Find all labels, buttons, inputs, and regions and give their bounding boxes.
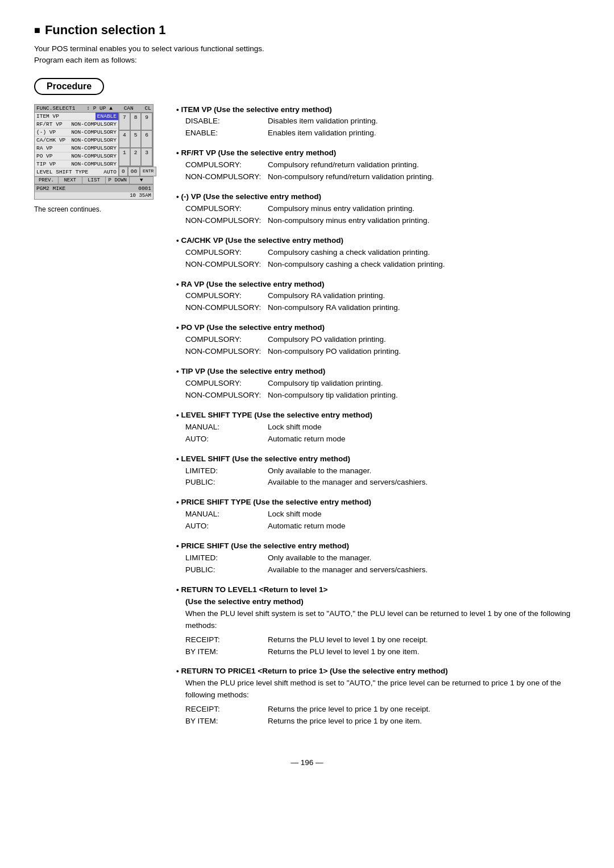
- key-5[interactable]: 5: [130, 130, 142, 148]
- screen-display: FUNC.SELECT1 ↕ P UP ▲ CAN CL ITEM VP ENA…: [34, 104, 154, 200]
- screen-header-can: CAN: [124, 105, 134, 111]
- screen-num-keys: 7 8 9 4 5 6 1 2 3: [119, 113, 153, 166]
- entry-price-shift-type-title: PRICE SHIFT TYPE (Use the selective entr…: [176, 497, 580, 509]
- screen-row-item-vp: ITEM VP ENABLE: [35, 113, 118, 121]
- entry-rf-rt-compulsory: COMPULSORY: Compulsory refund/return val…: [185, 159, 580, 171]
- left-panel: FUNC.SELECT1 ↕ P UP ▲ CAN CL ITEM VP ENA…: [34, 104, 159, 213]
- entry-tip-non-compulsory: NON-COMPULSORY: Non-compulsory tip valid…: [185, 390, 580, 402]
- entry-ra-vp-body: COMPULSORY: Compulsory RA validation pri…: [176, 290, 580, 314]
- entry-po-vp: PO VP (Use the selective entry method) C…: [176, 322, 580, 358]
- entry-minus-compulsory: COMPULSORY: Compulsory minus entry valid…: [185, 203, 580, 215]
- entry-level-shift-type-title: LEVEL SHIFT TYPE (Use the selective entr…: [176, 410, 580, 421]
- entry-rl1-by-item: BY ITEM: Returns the PLU level to level …: [185, 646, 580, 658]
- entry-ps-public: PUBLIC: Available to the manager and ser…: [185, 564, 580, 576]
- entry-ca-chk-vp: CA/CHK VP (Use the selective entry metho…: [176, 235, 580, 271]
- key-3[interactable]: 3: [141, 148, 152, 166]
- procedure-label: Procedure: [34, 78, 104, 95]
- screen-header-cl: CL: [145, 105, 151, 111]
- entry-price-shift: PRICE SHIFT (Use the selective entry met…: [176, 540, 580, 576]
- entry-po-vp-title: PO VP (Use the selective entry method): [176, 322, 580, 334]
- nav-list[interactable]: LIST: [82, 177, 106, 184]
- entry-level-shift: LEVEL SHIFT (Use the selective entry met…: [176, 453, 580, 489]
- entry-tip-vp-title: TIP VP (Use the selective entry method): [176, 366, 580, 378]
- key-8[interactable]: 8: [130, 113, 142, 130]
- entry-return-price1-desc: When the PLU price level shift method is…: [185, 677, 580, 701]
- entry-rp1-by-item: BY ITEM: Returns the price level to pric…: [185, 716, 580, 728]
- entry-price-shift-title: PRICE SHIFT (Use the selective entry met…: [176, 540, 580, 552]
- entry-ra-vp-title: RA VP (Use the selective entry method): [176, 279, 580, 291]
- screen-row-po: PO VP NON-COMPULSORY: [35, 152, 118, 160]
- screen-row-rf-rt: RF/RT VP NON-COMPULSORY: [35, 121, 118, 129]
- key-6[interactable]: 6: [141, 130, 152, 148]
- screen-rows: ITEM VP ENABLE RF/RT VP NON-COMPULSORY (…: [35, 113, 119, 176]
- entry-rp1-receipt: RECEIPT: Returns the price level to pric…: [185, 704, 580, 716]
- entry-item-vp-enable: ENABLE: Enables item validation printing…: [185, 127, 580, 139]
- entry-tip-vp-body: COMPULSORY: Compulsory tip validation pr…: [176, 378, 580, 402]
- nav-p-down[interactable]: P DOWN: [106, 177, 130, 184]
- entry-return-level1-subtitle: (Use the selective entry method): [176, 596, 580, 608]
- entry-price-shift-type: PRICE SHIFT TYPE (Use the selective entr…: [176, 497, 580, 532]
- entry-ls-public: PUBLIC: Available to the manager and ser…: [185, 477, 580, 489]
- screen-continues-text: The screen continues.: [34, 205, 159, 213]
- entry-rf-rt-non-compulsory: NON-COMPULSORY: Non-compulsory refund/re…: [185, 171, 580, 183]
- entry-ca-chk-compulsory: COMPULSORY: Compulsory cashing a check v…: [185, 247, 580, 259]
- key-enter[interactable]: ENTR: [140, 167, 156, 176]
- entry-level-shift-body: LIMITED: Only available to the manager. …: [176, 465, 580, 489]
- key-4[interactable]: 4: [119, 130, 130, 148]
- entry-po-non-compulsory: NON-COMPULSORY: Non-compulsory PO valida…: [185, 346, 580, 358]
- entry-return-level1-title: RETURN TO LEVEL1 <Return to level 1>: [176, 585, 327, 594]
- key-00[interactable]: 00: [128, 167, 140, 176]
- screen-header-arrows: ↕ P UP ▲: [86, 105, 113, 111]
- key-9[interactable]: 9: [141, 113, 152, 130]
- key-1[interactable]: 1: [119, 148, 130, 166]
- entry-return-price1-title: RETURN TO PRICE1 <Return to price 1> (Us…: [176, 666, 580, 677]
- entry-rf-rt-vp-title: RF/RT VP (Use the selective entry method…: [176, 147, 580, 159]
- entry-rl1-receipt: RECEIPT: Returns the PLU level to level …: [185, 634, 580, 646]
- key-7[interactable]: 7: [119, 113, 130, 130]
- entry-rf-rt-vp: RF/RT VP (Use the selective entry method…: [176, 147, 580, 183]
- key-2[interactable]: 2: [130, 148, 142, 166]
- nav-down-arrow[interactable]: ▼: [130, 177, 153, 184]
- entry-ca-chk-non-compulsory: NON-COMPULSORY: Non-compulsory cashing a…: [185, 259, 580, 271]
- screen-header: FUNC.SELECT1 ↕ P UP ▲ CAN CL: [35, 105, 153, 113]
- entry-price-shift-type-body: MANUAL: Lock shift mode AUTO: Automatic …: [176, 509, 580, 532]
- nav-prev[interactable]: PREV.: [35, 177, 59, 184]
- entry-lst-auto: AUTO: Automatic return mode: [185, 433, 580, 445]
- screen-footer: PGM2 MIKE 0001: [35, 184, 153, 192]
- content-wrapper: FUNC.SELECT1 ↕ P UP ▲ CAN CL ITEM VP ENA…: [34, 104, 580, 736]
- entry-item-vp: ITEM VP (Use the selective entry method)…: [176, 104, 580, 140]
- key-0[interactable]: 0: [119, 167, 128, 176]
- nav-next[interactable]: NEXT: [59, 177, 82, 184]
- screen-row-ra: RA VP NON-COMPULSORY: [35, 144, 118, 152]
- entry-pst-auto: AUTO: Automatic return mode: [185, 520, 580, 532]
- entry-rf-rt-vp-body: COMPULSORY: Compulsory refund/return val…: [176, 159, 580, 183]
- entry-po-compulsory: COMPULSORY: Compulsory PO validation pri…: [185, 334, 580, 346]
- screen-row-minus: (-) VP NON-COMPULSORY: [35, 129, 118, 137]
- entry-ls-limited: LIMITED: Only available to the manager.: [185, 465, 580, 477]
- entry-ra-vp: RA VP (Use the selective entry method) C…: [176, 279, 580, 315]
- entry-minus-non-compulsory: NON-COMPULSORY: Non-compulsory minus ent…: [185, 215, 580, 227]
- intro-text: Your POS terminal enables you to select …: [34, 43, 580, 67]
- entry-ca-chk-vp-title: CA/CHK VP (Use the selective entry metho…: [176, 235, 580, 247]
- screen-keypad: 7 8 9 4 5 6 1 2 3 0 00 ENTR: [119, 113, 153, 176]
- entry-lst-manual: MANUAL: Lock shift mode: [185, 421, 580, 433]
- entry-item-vp-disable: DISABLE: Disables item validation printi…: [185, 115, 580, 127]
- entry-level-shift-type: LEVEL SHIFT TYPE (Use the selective entr…: [176, 410, 580, 445]
- screen-body: ITEM VP ENABLE RF/RT VP NON-COMPULSORY (…: [35, 113, 153, 176]
- entry-return-level1-body: When the PLU level shift system is set t…: [176, 608, 580, 658]
- entry-pst-manual: MANUAL: Lock shift mode: [185, 509, 580, 520]
- entry-level-shift-title: LEVEL SHIFT (Use the selective entry met…: [176, 453, 580, 465]
- entry-po-vp-body: COMPULSORY: Compulsory PO validation pri…: [176, 334, 580, 358]
- entry-tip-compulsory: COMPULSORY: Compulsory tip validation pr…: [185, 378, 580, 390]
- page-title: Function selection 1: [34, 23, 580, 38]
- entry-price-shift-body: LIMITED: Only available to the manager. …: [176, 552, 580, 576]
- entry-return-level1: RETURN TO LEVEL1 <Return to level 1> (Us…: [176, 584, 580, 658]
- screen-row-level-shift: LEVEL SHIFT TYPE AUTO: [35, 168, 118, 176]
- entry-item-vp-body: DISABLE: Disables item validation printi…: [176, 115, 580, 139]
- screen-pgm-info: PGM2 MIKE: [36, 185, 65, 192]
- entry-return-level1-desc: When the PLU level shift system is set t…: [185, 608, 580, 632]
- screen-bottom-keys: 0 00 ENTR: [119, 166, 153, 176]
- screen-header-left: FUNC.SELECT1: [36, 105, 75, 111]
- entry-return-price1-body: When the PLU price level shift method is…: [176, 677, 580, 728]
- entry-item-vp-title: ITEM VP (Use the selective entry method): [176, 104, 580, 116]
